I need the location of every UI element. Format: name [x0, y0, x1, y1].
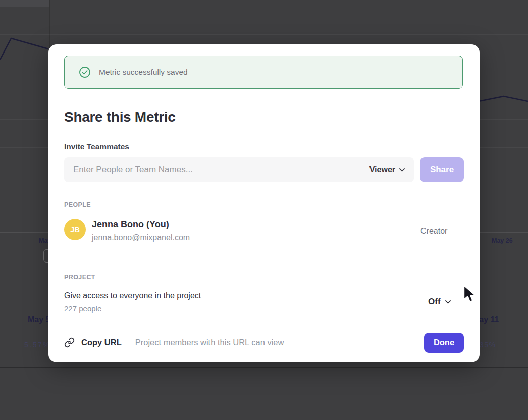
project-section-label: PROJECT: [64, 274, 95, 281]
person-email: jenna.bono@mixpanel.com: [92, 233, 190, 242]
people-section-label: PEOPLE: [64, 201, 91, 208]
success-banner-message: Metric successfully saved: [99, 68, 188, 77]
success-banner: Metric successfully saved: [64, 56, 463, 89]
screen: May May 26 May 5 May 11 5.57% 35% Metric…: [0, 0, 528, 420]
bg-table-value: 35%: [480, 341, 496, 349]
check-circle-icon: [79, 66, 91, 78]
chevron-down-icon: [445, 300, 451, 304]
bg-axis-tick-label: May 26: [492, 237, 513, 244]
project-member-count: 227 people: [64, 304, 101, 313]
chevron-down-icon: [399, 168, 405, 172]
footer-hint-text: Project members with this URL can view: [135, 338, 284, 347]
invite-input[interactable]: [73, 165, 363, 175]
project-access-description: Give access to everyone in the project: [64, 291, 201, 300]
project-access-dropdown[interactable]: Off: [428, 297, 451, 307]
invite-teammates-label: Invite Teammates: [64, 142, 129, 151]
person-role-label: Creator: [420, 227, 447, 236]
role-dropdown-value: Viewer: [369, 165, 395, 174]
share-button[interactable]: Share: [420, 157, 464, 182]
share-metric-dialog: Metric successfully saved Share this Met…: [48, 44, 480, 362]
copy-url-button[interactable]: Copy URL: [64, 337, 122, 348]
role-dropdown[interactable]: Viewer: [369, 165, 405, 174]
dialog-footer: Copy URL Project members with this URL c…: [48, 323, 480, 362]
invite-field[interactable]: Viewer: [64, 157, 414, 182]
person-name: Jenna Bono (You): [92, 219, 169, 230]
avatar: JB: [64, 219, 86, 240]
bg-table-value: 5.57%: [24, 341, 50, 349]
bg-table-date: May 5: [28, 315, 50, 324]
invite-row: Viewer Share: [64, 157, 464, 182]
dialog-title: Share this Metric: [64, 109, 176, 125]
project-access-dropdown-value: Off: [428, 297, 441, 307]
copy-url-label: Copy URL: [81, 338, 122, 347]
link-icon: [64, 337, 75, 348]
mouse-cursor-icon: [462, 284, 477, 306]
done-button[interactable]: Done: [424, 333, 464, 353]
